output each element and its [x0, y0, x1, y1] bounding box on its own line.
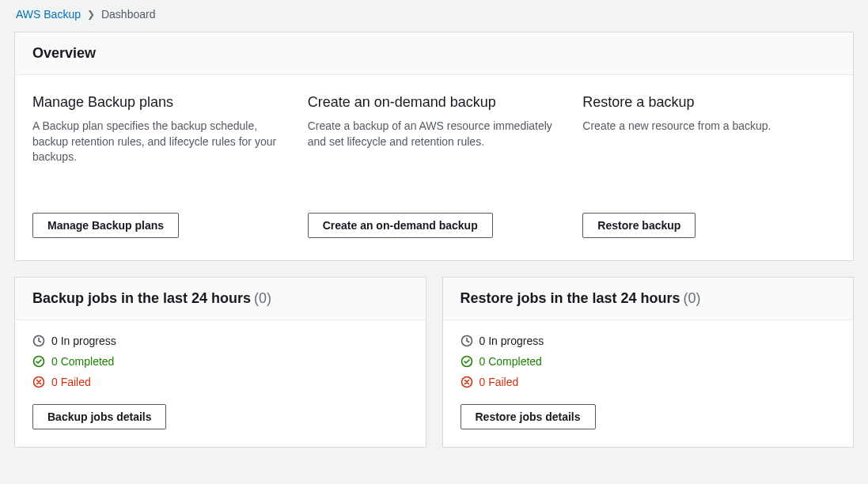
restore-backup-button[interactable]: Restore backup: [582, 213, 696, 238]
overview-card-restore: Restore a backup Create a new resource f…: [582, 94, 836, 238]
restore-jobs-panel: Restore jobs in the last 24 hours (0) 0 …: [442, 277, 855, 448]
status-text: 0 In progress: [479, 335, 544, 347]
check-circle-icon: [32, 355, 45, 368]
card-desc: Create a new resource from a backup.: [582, 119, 836, 134]
card-desc: A Backup plan specifies the backup sched…: [32, 119, 286, 165]
backup-in-progress-row: 0 In progress: [32, 335, 408, 347]
overview-body: Manage Backup plans A Backup plan specif…: [15, 75, 853, 260]
status-text: 0 In progress: [51, 335, 116, 347]
card-title: Create an on-demand backup: [308, 94, 561, 111]
breadcrumb-root-link[interactable]: AWS Backup: [16, 8, 81, 21]
backup-jobs-count: (0): [254, 290, 271, 306]
status-text: 0 Completed: [479, 355, 542, 368]
restore-jobs-details-button[interactable]: Restore jobs details: [461, 404, 596, 429]
restore-failed-row: 0 Failed: [461, 376, 836, 388]
backup-jobs-header: Backup jobs in the last 24 hours (0): [15, 278, 426, 320]
restore-jobs-count: (0): [683, 290, 700, 306]
x-circle-icon: [32, 376, 45, 388]
backup-failed-row: 0 Failed: [32, 376, 408, 388]
overview-card-ondemand: Create an on-demand backup Create a back…: [308, 94, 561, 238]
restore-completed-row: 0 Completed: [461, 355, 836, 368]
status-text: 0 Failed: [51, 376, 91, 388]
overview-header: Overview: [15, 32, 853, 75]
clock-icon: [461, 335, 473, 347]
card-title: Restore a backup: [582, 94, 836, 111]
chevron-right-icon: ❯: [87, 9, 95, 20]
restore-in-progress-row: 0 In progress: [461, 335, 836, 347]
clock-icon: [32, 335, 45, 347]
create-ondemand-backup-button[interactable]: Create an on-demand backup: [308, 213, 493, 238]
backup-jobs-panel: Backup jobs in the last 24 hours (0) 0 I…: [14, 277, 426, 448]
status-text: 0 Failed: [479, 376, 519, 388]
card-title: Manage Backup plans: [32, 94, 286, 111]
backup-completed-row: 0 Completed: [32, 355, 408, 368]
breadcrumb-current: Dashboard: [101, 8, 156, 21]
manage-backup-plans-button[interactable]: Manage Backup plans: [32, 213, 179, 238]
status-text: 0 Completed: [51, 355, 114, 368]
restore-jobs-header: Restore jobs in the last 24 hours (0): [443, 278, 854, 320]
card-desc: Create a backup of an AWS resource immed…: [308, 119, 561, 149]
breadcrumb: AWS Backup ❯ Dashboard: [0, 0, 868, 32]
check-circle-icon: [461, 355, 473, 368]
overview-card-manage: Manage Backup plans A Backup plan specif…: [32, 94, 286, 238]
overview-title: Overview: [32, 45, 96, 61]
restore-jobs-title: Restore jobs in the last 24 hours: [461, 290, 680, 306]
overview-panel: Overview Manage Backup plans A Backup pl…: [14, 32, 854, 261]
backup-jobs-details-button[interactable]: Backup jobs details: [32, 404, 166, 429]
x-circle-icon: [461, 376, 473, 388]
backup-jobs-title: Backup jobs in the last 24 hours: [32, 290, 251, 306]
